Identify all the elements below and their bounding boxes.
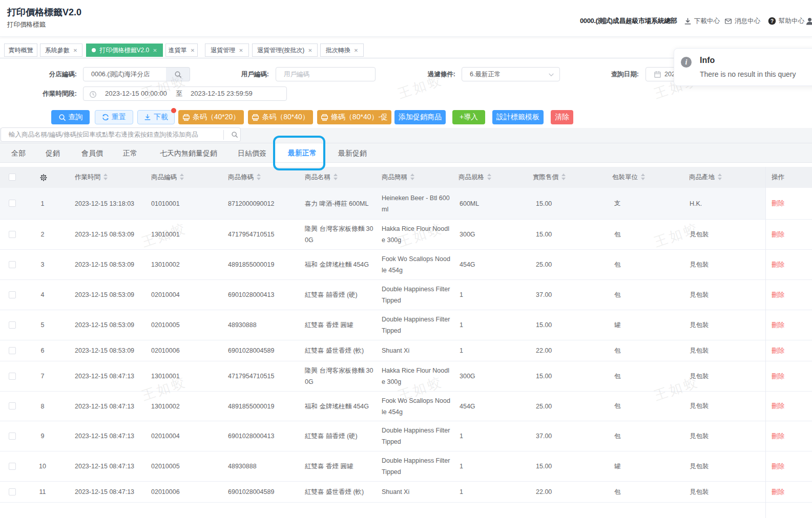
svg-text:?: ?: [771, 18, 774, 24]
